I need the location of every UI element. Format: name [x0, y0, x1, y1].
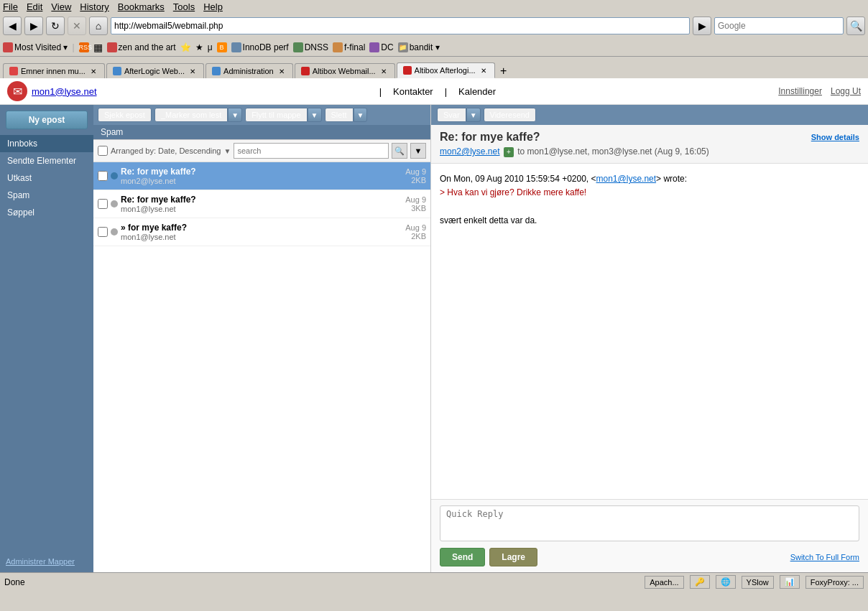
administrer-mapper-link[interactable]: Administrer Mapper [6, 557, 75, 566]
lagre-button[interactable]: Lagre [489, 548, 537, 566]
kalender-nav[interactable]: Kalender [458, 86, 496, 97]
mark-dropdown-arrow[interactable]: ▼ [228, 108, 242, 122]
webmail-logo: ✉ mon1@lyse.net [7, 81, 97, 101]
email-search-options[interactable]: ▼ [410, 143, 426, 159]
sep1: | [445, 86, 447, 97]
menu-help[interactable]: Help [203, 1, 223, 12]
email-checkbox-0[interactable] [98, 171, 108, 181]
blogger-bookmark[interactable]: B [217, 42, 227, 52]
email-body-intro: On Mon, 09 Aug 2010 15:59:54 +0200, <mon… [440, 172, 859, 186]
show-details-link[interactable]: Show details [811, 133, 859, 141]
email-meta-0: Aug 9 2KB [405, 167, 426, 185]
home-button[interactable]: ⌂ [89, 17, 108, 35]
tab-administration-label: Administration [223, 67, 274, 75]
menu-edit[interactable]: Edit [27, 1, 42, 12]
email-reply-area: Send Lagre Switch To Full Form [431, 499, 868, 572]
back-button[interactable]: ◀ [3, 17, 22, 35]
move-dropdown-arrow[interactable]: ▼ [308, 108, 322, 122]
check-email-button[interactable]: Sjekk epost [98, 108, 152, 122]
bandit-bookmark[interactable]: 📁 bandit ▾ [398, 42, 440, 52]
tab-administration-close[interactable]: ✕ [277, 66, 287, 76]
email-checkbox-1[interactable] [98, 199, 108, 209]
tab-altibox-afterlogic-close[interactable]: ✕ [479, 65, 489, 75]
most-visited-label: Most Visited ▾ [14, 42, 68, 52]
menu-view[interactable]: View [51, 1, 71, 12]
new-email-button[interactable]: Ny epost [6, 111, 88, 129]
forward-button[interactable]: ▶ [24, 17, 43, 35]
email-from-1: mon1@lyse.net [121, 205, 402, 213]
grid-bookmark[interactable]: ▦ [93, 42, 103, 53]
innstillinger-link[interactable]: Innstillinger [778, 86, 822, 96]
go-button[interactable]: ▶ [693, 17, 711, 35]
bookmark-star1[interactable]: ⭐ [180, 42, 191, 52]
sidebar-item-sendte[interactable]: Sendte Elementer [0, 152, 93, 169]
tab-emner-close[interactable]: ✕ [88, 66, 98, 76]
tab-afterlogic[interactable]: AfterLogic Web... ✕ [106, 63, 204, 78]
tab-altibox-webmail-close[interactable]: ✕ [379, 66, 389, 76]
menu-bookmarks[interactable]: Bookmarks [118, 1, 165, 12]
sender-email-link[interactable]: mon2@lyse.net [440, 146, 500, 157]
menu-tools[interactable]: Tools [173, 1, 195, 12]
rss-bookmark[interactable]: RSS [79, 42, 89, 52]
tab-emner[interactable]: Emner innen mu... ✕ [3, 63, 105, 78]
arrange-chevron[interactable]: ▼ [223, 147, 231, 155]
email-info-0: Re: for mye kaffe? mon2@lyse.net [121, 167, 402, 185]
inno-bookmark[interactable]: InnoDB perf [231, 42, 289, 52]
status-panel-yslow: YSlow [742, 576, 774, 589]
stop-button[interactable]: ✕ [68, 17, 86, 35]
email-row-2[interactable]: » for mye kaffe? mon1@lyse.net Aug 9 2KB [93, 218, 430, 246]
select-all-checkbox[interactable] [98, 146, 108, 156]
email-view-panel: Svar ▼ Videresend Re: for mye kaffe? Sho… [431, 105, 868, 572]
tab-altibox-webmail[interactable]: Altibox Webmail... ✕ [295, 63, 395, 78]
ffinal-bookmark[interactable]: f-final [333, 42, 365, 52]
status-panel-icon1: 🔑 [690, 575, 710, 589]
delete-button[interactable]: Slett [325, 108, 354, 122]
search-go-button[interactable]: 🔍 [846, 17, 865, 35]
dc-bookmark[interactable]: DC [369, 42, 393, 52]
reply-buttons: Send Lagre Switch To Full Form [440, 548, 859, 566]
menu-history[interactable]: History [80, 1, 108, 12]
email-row-0[interactable]: Re: for mye kaffe? mon2@lyse.net Aug 9 2… [93, 162, 430, 190]
zen-bookmark[interactable]: zen and the art [107, 42, 176, 52]
send-button[interactable]: Send [440, 548, 485, 566]
url-bar[interactable] [111, 17, 690, 34]
dns-bookmark[interactable]: DNSS [293, 42, 328, 52]
sidebar-item-spam[interactable]: Spam [0, 187, 93, 204]
new-tab-button[interactable]: + [497, 64, 511, 78]
quick-reply-input[interactable] [440, 505, 859, 541]
bookmark-mu[interactable]: μ [208, 42, 213, 52]
reply-dropdown-arrow[interactable]: ▼ [466, 108, 481, 122]
sidebar-item-soppel[interactable]: Søppel [0, 204, 93, 221]
kontakter-link[interactable]: | [379, 86, 382, 97]
move-to-folder-button[interactable]: Flytt til mappe [245, 108, 307, 122]
sidebar-item-utkast[interactable]: Utkast [0, 169, 93, 187]
menu-file[interactable]: File [3, 1, 18, 12]
move-btn-group: Flytt til mappe ▼ [245, 108, 321, 122]
kontakter-nav[interactable]: Kontakter [393, 86, 433, 97]
tab-afterlogic-close[interactable]: ✕ [188, 66, 198, 76]
tab-altibox-afterlogic[interactable]: Altibox Afterlogi... ✕ [397, 62, 495, 78]
email-body-link[interactable]: mon1@lyse.net [596, 174, 657, 184]
menu-bar: File Edit View History Bookmarks Tools H… [0, 0, 868, 14]
email-subject-line: Re: for mye kaffe? Show details [440, 131, 859, 144]
most-visited-bookmark[interactable]: Most Visited ▾ [3, 42, 68, 52]
sidebar-item-innboks[interactable]: Innboks [0, 135, 93, 152]
email-search-input[interactable] [234, 143, 389, 159]
email-subject-2: » for mye kaffe? [121, 223, 402, 233]
user-email[interactable]: mon1@lyse.net [32, 86, 97, 97]
email-search-button[interactable]: 🔍 [392, 143, 407, 159]
email-checkbox-2[interactable] [98, 227, 108, 237]
recipient-emails: mon1@lyse.net, mon3@lyse.net [527, 146, 652, 157]
tab-administration[interactable]: Administration ✕ [206, 63, 293, 78]
reply-button[interactable]: Svar [437, 108, 466, 122]
switch-form-link[interactable]: Switch To Full Form [790, 553, 859, 561]
mark-as-read-button[interactable]: _Marker som lest [154, 108, 228, 122]
logg-ut-link[interactable]: Logg Ut [831, 86, 861, 96]
email-row-1[interactable]: Re: for mye kaffe? mon1@lyse.net Aug 9 3… [93, 190, 430, 218]
search-input[interactable] [714, 17, 844, 34]
bookmark-star2[interactable]: ★ [195, 42, 203, 52]
forward-button[interactable]: Videresend [484, 108, 536, 122]
delete-dropdown-arrow[interactable]: ▼ [354, 108, 368, 122]
reload-button[interactable]: ↻ [46, 17, 65, 35]
add-contact-button[interactable]: + [504, 147, 514, 157]
